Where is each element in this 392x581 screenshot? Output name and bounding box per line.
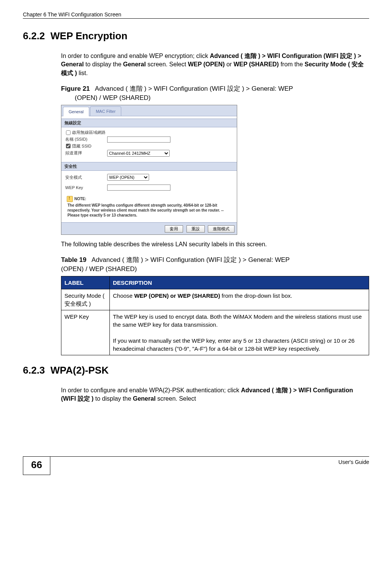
tab-bar: General MAC Filter — [61, 105, 237, 116]
header-rule — [23, 18, 369, 19]
section-heading-622: 6.2.2 WEP Encryption — [23, 30, 369, 42]
footer-guide: User's Guide — [50, 457, 369, 475]
section-heading-623: 6.2.3 WPA(2)-PSK — [23, 364, 369, 376]
section-bar-security: 安全性 — [61, 162, 237, 171]
select-security-mode[interactable]: WEP (OPEN) — [107, 174, 149, 181]
page-number: 66 — [23, 457, 50, 475]
tab-general[interactable]: General — [63, 107, 89, 116]
section-number: 6.2.2 — [23, 30, 45, 42]
label-wep-key: WEP Key — [65, 185, 107, 191]
input-ssid[interactable] — [107, 136, 170, 143]
advanced-mode-button[interactable]: 進階模式 — [208, 225, 235, 233]
table-19-intro: The following table describes the wirele… — [61, 240, 369, 249]
table-cell-description: The WEP key is used to encrypt data. Bot… — [110, 310, 369, 355]
section-623-paragraph: In order to configure and enable WPA(2)-… — [61, 386, 369, 403]
table-19: LABEL DESCRIPTION Security Mode ( 安全模式 )… — [61, 276, 369, 355]
button-bar: 套用 重設 進階模式 — [61, 222, 237, 234]
section-title: WPA(2)-PSK — [50, 364, 109, 376]
select-channel[interactable]: Channel-01 2412MHZ — [107, 150, 170, 157]
table-header-label: LABEL — [61, 276, 110, 289]
page-footer: 66 User's Guide — [23, 456, 369, 475]
apply-button[interactable]: 套用 — [165, 225, 183, 233]
table-header-description: DESCRIPTION — [110, 276, 369, 289]
label-ssid: 名稱 (SSID) — [65, 136, 107, 142]
note-icon — [67, 196, 73, 202]
table-row: WEP Key The WEP key is used to encrypt d… — [61, 310, 369, 355]
reset-button[interactable]: 重設 — [186, 225, 205, 233]
note-header: NOTE: — [65, 194, 233, 203]
table-19-caption: Table 19 Advanced ( 進階 ) > WIFI Configur… — [61, 255, 369, 274]
section-number: 6.2.3 — [23, 364, 45, 376]
table-cell-label: Security Mode ( 安全模式 ) — [61, 289, 110, 310]
checkbox-hide-ssid[interactable] — [66, 144, 71, 148]
label-hide-ssid: 隱藏 SSID — [72, 143, 92, 149]
section-title: WEP Encryption — [50, 30, 127, 42]
section-bar-wireless: 無線設定 — [61, 119, 237, 127]
figure-21-caption: Figure 21 Advanced ( 進階 ) > WIFI Configu… — [61, 84, 369, 103]
input-wep-key[interactable] — [107, 185, 170, 191]
label-channel: 頻道選擇 — [65, 150, 107, 156]
label-enable-wifi: 啟用無線區域網路 — [72, 130, 106, 135]
table-cell-description: Choose WEP (OPEN) or WEP (SHARED) from t… — [110, 289, 369, 310]
table-row: Security Mode ( 安全模式 ) Choose WEP (OPEN)… — [61, 289, 369, 310]
label-security-mode: 安全模式 — [65, 175, 107, 180]
note-text: The different WEP lengths configure diff… — [65, 203, 233, 220]
figure-21-screenshot: General MAC Filter 無線設定 啟用無線區域網路 名稱 (SSI… — [61, 105, 237, 235]
checkbox-enable-wifi[interactable] — [66, 130, 71, 135]
tab-mac-filter[interactable]: MAC Filter — [90, 106, 121, 116]
section-622-paragraph: In order to configure and enable WEP enc… — [61, 52, 369, 77]
table-cell-label: WEP Key — [61, 310, 110, 355]
running-head: Chapter 6 The WIFI Configuration Screen — [23, 11, 369, 18]
